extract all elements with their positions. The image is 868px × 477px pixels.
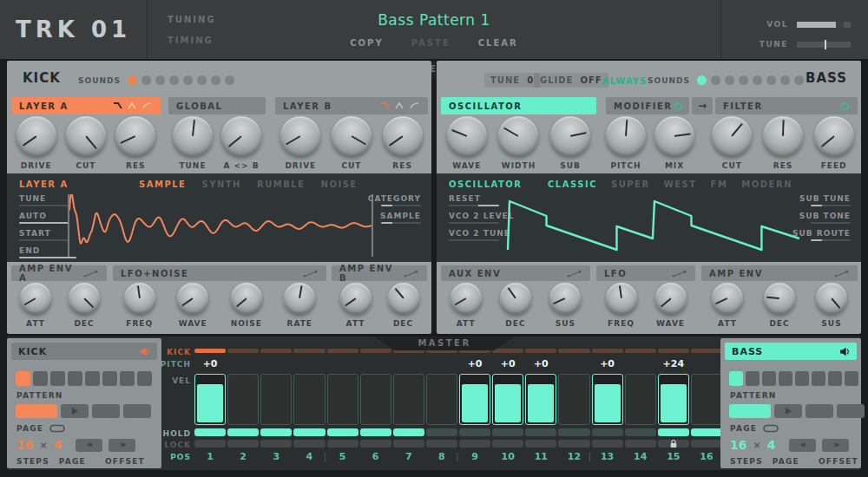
pages-value[interactable]: 4 — [767, 438, 776, 452]
oscillator-header[interactable]: OSCILLATOR — [441, 97, 596, 114]
kick-trigger-step-5[interactable] — [327, 349, 358, 353]
param-vco2-tune[interactable]: VCO 2 TUNE — [449, 229, 514, 241]
pattern-slot-1[interactable] — [729, 371, 743, 386]
kick-trigger-step-14[interactable] — [625, 349, 656, 353]
att-knob[interactable]: ATT — [340, 283, 372, 328]
cut-knob[interactable]: CUT — [332, 116, 372, 170]
tab-noise[interactable]: NOISE — [321, 180, 358, 189]
paste-button[interactable]: PASTE — [411, 38, 450, 48]
timing-menu[interactable]: TIMING — [168, 36, 216, 45]
lowpass-icon[interactable] — [380, 101, 391, 110]
velocity-bar-step-15[interactable] — [658, 374, 689, 425]
highpass-icon[interactable] — [142, 101, 153, 110]
hold-step-11[interactable] — [525, 428, 556, 436]
pitch-value-step-10[interactable]: +0 — [492, 358, 523, 370]
pattern-slot-6[interactable] — [812, 371, 825, 386]
lock-step-4[interactable] — [293, 440, 325, 448]
master-tune-slider[interactable] — [797, 42, 851, 48]
sound-slot-4[interactable] — [739, 75, 748, 85]
lock-step-13[interactable] — [592, 440, 623, 448]
velocity-bar-step-8[interactable] — [426, 374, 457, 425]
feed-knob[interactable]: FEED — [814, 116, 854, 170]
kick-trigger-step-10[interactable] — [492, 349, 523, 353]
pattern-slot-5[interactable] — [795, 371, 809, 386]
pitch-value-step-11[interactable]: +0 — [525, 358, 556, 370]
param-vco2-level[interactable]: VCO 2 LEVEL — [449, 212, 514, 224]
pitch-value-step-1[interactable]: +0 — [194, 358, 226, 370]
mix-knob[interactable]: MIX — [654, 116, 694, 170]
lock-step-9[interactable] — [459, 440, 490, 448]
pattern-slot-4[interactable] — [68, 371, 82, 386]
pattern-slot-2[interactable] — [33, 371, 48, 386]
pattern-slot-8[interactable] — [137, 371, 152, 386]
sound-slot-2[interactable] — [711, 75, 720, 85]
sound-slot-2[interactable] — [141, 75, 151, 85]
hold-step-16[interactable] — [691, 428, 722, 436]
velocity-bar-step-7[interactable] — [393, 374, 424, 425]
steps-value[interactable]: 16 — [16, 438, 33, 452]
lock-step-11[interactable] — [525, 440, 556, 448]
bass-tune-chip[interactable]: TUNE0 — [484, 73, 540, 88]
hold-step-12[interactable] — [558, 428, 589, 436]
sound-slot-6[interactable] — [197, 75, 207, 85]
sound-slot-8[interactable] — [225, 75, 234, 85]
hold-step-10[interactable] — [492, 428, 523, 436]
kick-mute-speaker-icon[interactable] — [140, 347, 150, 356]
att-knob[interactable]: ATT — [712, 283, 743, 328]
clear-button[interactable]: CLEAR — [478, 38, 518, 48]
pattern-slot-3[interactable] — [50, 371, 65, 386]
wave-knob[interactable]: WAVE — [655, 283, 687, 328]
kick-trigger-step-6[interactable] — [360, 349, 391, 353]
pitch-value-step-16[interactable] — [691, 358, 722, 370]
tab-modern[interactable]: MODERN — [741, 180, 792, 189]
lock-step-7[interactable] — [393, 440, 424, 448]
velocity-bar-step-1[interactable] — [194, 374, 226, 425]
sound-slot-3[interactable] — [725, 75, 734, 85]
sound-slot-6[interactable] — [766, 75, 776, 85]
lock-step-16[interactable] — [691, 440, 722, 448]
width-knob[interactable]: WIDTH — [498, 116, 538, 170]
tab-super[interactable]: SUPER — [611, 180, 650, 189]
tuning-menu[interactable]: TUNING — [168, 15, 216, 24]
velocity-bar-step-14[interactable] — [625, 374, 656, 425]
pitch-value-step-3[interactable] — [260, 358, 292, 370]
sound-slot-5[interactable] — [753, 75, 762, 85]
page-4-button[interactable] — [837, 404, 865, 418]
velocity-bar-step-6[interactable] — [360, 374, 391, 425]
loop-icon[interactable] — [49, 424, 65, 433]
lock-step-5[interactable] — [327, 440, 358, 448]
dec-knob[interactable]: DEC — [764, 283, 795, 328]
sound-slot-4[interactable] — [169, 75, 179, 85]
tab-fm[interactable]: FM — [711, 180, 728, 189]
bandpass-icon[interactable] — [395, 101, 405, 110]
lock-step-15[interactable] — [658, 440, 689, 448]
pitch-value-step-15[interactable]: +24 — [658, 358, 689, 370]
dec-knob[interactable]: DEC — [69, 283, 100, 328]
power-icon[interactable] — [839, 101, 850, 111]
pitch-value-step-14[interactable] — [625, 358, 656, 370]
velocity-bar-step-5[interactable] — [327, 374, 358, 425]
layer-a-header[interactable]: LAYER A — [11, 97, 161, 114]
param-sub-tone[interactable]: SUB TONE — [792, 212, 851, 224]
sound-slot-7[interactable] — [211, 75, 220, 85]
lock-step-3[interactable] — [260, 440, 292, 448]
page-4-button[interactable] — [123, 404, 151, 418]
velocity-bar-step-13[interactable] — [592, 374, 623, 425]
bass-mute-speaker-icon[interactable] — [839, 347, 850, 356]
lock-step-1[interactable] — [194, 440, 226, 448]
hold-step-7[interactable] — [393, 428, 424, 436]
wave-knob[interactable]: WAVE — [177, 283, 208, 328]
hold-step-5[interactable] — [327, 428, 358, 436]
noise-knob[interactable]: NOISE — [231, 283, 262, 328]
freq-knob[interactable]: FREQ — [606, 283, 637, 328]
pattern-slot-5[interactable] — [85, 371, 100, 386]
hold-step-13[interactable] — [592, 428, 623, 436]
kick-trigger-step-15[interactable] — [658, 349, 689, 353]
steps-value[interactable]: 16 — [730, 438, 746, 452]
page-3-button[interactable] — [806, 404, 833, 418]
lock-step-6[interactable] — [360, 440, 391, 448]
page-2-button[interactable] — [774, 404, 802, 418]
velocity-bar-step-2[interactable] — [227, 374, 259, 425]
lock-step-2[interactable] — [227, 440, 259, 448]
lowpass-icon[interactable] — [113, 101, 123, 110]
